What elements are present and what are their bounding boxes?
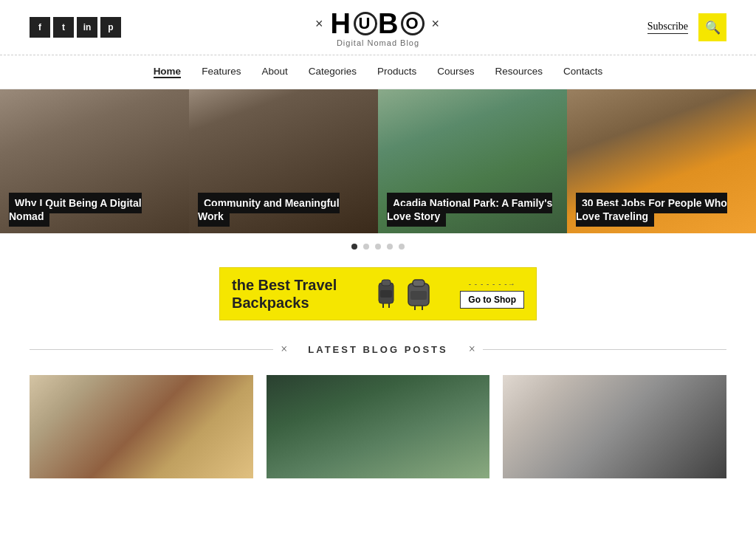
svg-rect-7 [410,291,427,300]
hero-slide-4[interactable]: 30 Best Jobs For People Who Love Traveli… [567,89,756,233]
banner-icons [346,278,461,310]
logo-decoration-right: × [431,16,441,32]
svg-rect-6 [413,280,425,286]
backpack-icon-2 [404,278,433,310]
blog-grid [0,363,756,493]
nav-item-contacts[interactable]: Contacts [563,66,602,78]
hero-caption-text-2: Community and Meaningful Work [198,193,340,227]
hero-slide-1[interactable]: Why I Quit Being A Digital Nomad [0,89,189,233]
hero-caption-text-1: Why I Quit Being A Digital Nomad [9,193,142,227]
social-icons-group: f t in p [30,17,121,38]
blog-card-2[interactable] [267,375,490,478]
hero-caption-3: Acadia National Park: A Family's Love St… [387,196,558,223]
hero-slide-2[interactable]: Community and Meaningful Work [189,89,378,233]
logo: × HUBO × Digital Nomad Blog [315,8,441,47]
logo-decoration-left: × [315,16,325,32]
logo-title: × HUBO × [315,8,441,40]
instagram-icon[interactable]: in [77,17,97,38]
banner-text: the Best TravelBackpacks [232,276,346,312]
nav-item-home[interactable]: Home [154,66,182,78]
svg-rect-2 [380,290,392,298]
hero-caption-text-3: Acadia National Park: A Family's Love St… [387,193,552,227]
backpack-icon-1 [373,278,399,309]
dot-3[interactable] [375,244,381,250]
hero-caption-text-4: 30 Best Jobs For People Who Love Traveli… [576,193,727,227]
dot-2[interactable] [363,244,369,250]
nav-item-about[interactable]: About [261,66,287,78]
banner-area: the Best TravelBackpacks - - - - - - -→ … [0,260,756,335]
pinterest-icon[interactable]: p [100,17,121,38]
go-to-shop-button[interactable]: Go to Shop [460,291,524,309]
blog-card-3[interactable] [503,375,726,478]
dot-5[interactable] [399,244,405,250]
nav-item-features[interactable]: Features [202,66,241,78]
section-line-right [483,349,726,350]
dot-4[interactable] [387,244,393,250]
section-x-right: × [461,343,483,356]
section-title-area: × LATEST BLOG POSTS × [0,335,756,363]
facebook-icon[interactable]: f [30,17,50,38]
banner-dashes: - - - - - - -→ [469,280,516,288]
search-button[interactable]: 🔍 [698,13,726,41]
site-header: f t in p × HUBO × Digital Nomad Blog Sub… [0,0,756,55]
slider-dots [0,233,756,260]
section-line-left [30,349,273,350]
search-icon: 🔍 [705,20,721,35]
hero-caption-4: 30 Best Jobs For People Who Love Traveli… [576,196,747,223]
section-title: LATEST BLOG POSTS [295,344,461,355]
blog-card-1[interactable] [30,375,253,478]
hero-caption-2: Community and Meaningful Work [198,196,369,223]
subscribe-button[interactable]: Subscribe [647,21,688,34]
nav-item-categories[interactable]: Categories [309,66,357,78]
dot-1[interactable] [351,244,357,250]
hero-slider: Why I Quit Being A Digital Nomad Communi… [0,89,756,233]
twitter-icon[interactable]: t [53,17,74,38]
main-nav: Home Features About Categories Products … [0,55,756,89]
hero-caption-1: Why I Quit Being A Digital Nomad [9,196,180,223]
header-right: Subscribe 🔍 [647,13,726,41]
hero-slide-3[interactable]: Acadia National Park: A Family's Love St… [378,89,567,233]
nav-item-resources[interactable]: Resources [495,66,543,78]
nav-item-products[interactable]: Products [377,66,416,78]
section-x-left: × [273,343,295,356]
nav-item-courses[interactable]: Courses [437,66,474,78]
promo-banner: the Best TravelBackpacks - - - - - - -→ … [219,267,537,320]
logo-text: HUBO [331,8,426,40]
svg-rect-1 [382,280,391,286]
